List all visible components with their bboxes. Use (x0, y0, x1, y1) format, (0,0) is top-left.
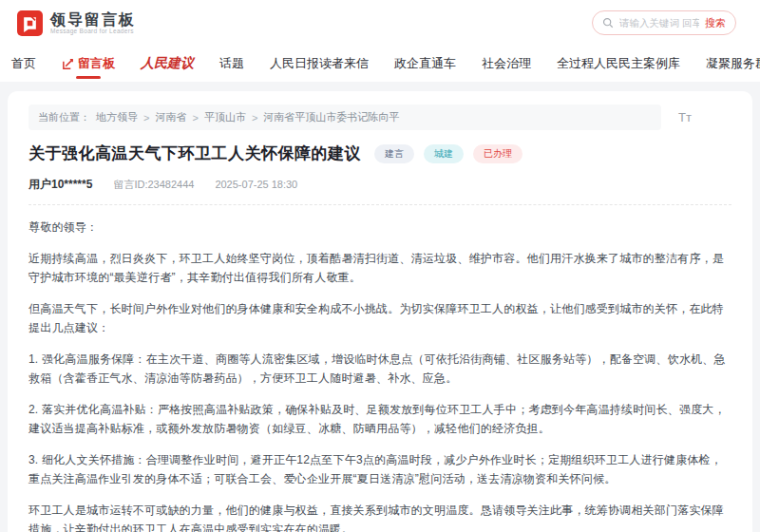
post-meta: 用户10*****5 留言ID:23482444 2025-07-25 18:3… (28, 177, 732, 193)
nav-item-home[interactable]: 首页 (11, 46, 36, 82)
breadcrumb-separator: > (252, 112, 257, 124)
paragraph-challenge: 但高温天气下，长时间户外作业对他们的身体健康和安全构成不小挑战。为切实保障环卫工… (28, 299, 732, 337)
paragraph-salutation: 尊敬的领导： (28, 218, 732, 237)
paragraph-intro: 近期持续高温，烈日炎炎下，环卫工人始终坚守岗位，顶着酷暑清扫街道、清运垃圾、维护… (28, 249, 732, 287)
font-size-icon[interactable]: Tт (678, 110, 692, 124)
breadcrumb-item-province[interactable]: 河南省 (155, 110, 186, 124)
search-icon (602, 17, 614, 28)
paragraph-closing: 环卫工人是城市运转不可或缺的力量，他们的健康与权益，直接关系到城市的文明温度。恳… (28, 501, 732, 532)
breadcrumb-separator: > (143, 112, 149, 124)
message-board-logo-icon (17, 10, 43, 36)
post-body: 尊敬的领导： 近期持续高温，烈日炎炎下，环卫工人始终坚守岗位，顶着酷暑清扫街道、… (28, 218, 732, 532)
nav-item-serve-masses[interactable]: 凝聚服务群众 (706, 46, 760, 82)
tag-list: 建言 城建 已办理 (374, 144, 522, 163)
divider (28, 204, 732, 205)
tag-status-handled: 已办理 (473, 144, 522, 163)
post-author: 用户10*****5 (28, 177, 92, 193)
paragraph-suggestion-1: 1. 强化高温服务保障：在主次干道、商圈等人流密集区域，增设临时休息点（可依托沿… (28, 350, 732, 388)
main-nav: 首页 留言板 人民建议 话题 人民日报读者来信 政企直通车 社会治理 全过程人民… (0, 46, 760, 82)
site-logo[interactable]: 领导留言板 Message Board for Leaders (17, 10, 136, 36)
nav-item-message-board[interactable]: 留言板 (62, 46, 115, 82)
breadcrumb-item-city[interactable]: 平顶山市 (204, 110, 246, 124)
post-title: 关于强化高温天气下环卫工人关怀保障的建议 (28, 142, 361, 164)
breadcrumb-separator: > (192, 112, 198, 124)
message-detail-card: 当前位置： 地方领导 > 河南省 > 平顶山市 > 河南省平顶山市委书记陈向平 … (8, 91, 752, 532)
site-title: 领导留言板 (50, 11, 136, 28)
tag-suggestion: 建言 (374, 144, 414, 163)
page-background: 当前位置： 地方领导 > 河南省 > 平顶山市 > 河南省平顶山市委书记陈向平 … (0, 82, 760, 532)
nav-item-gov-enterprise[interactable]: 政企直通车 (394, 46, 456, 82)
breadcrumb-prefix: 当前位置： (38, 110, 90, 124)
tag-urban-construction: 城建 (424, 144, 464, 163)
edit-pen-icon (62, 58, 74, 70)
post-datetime: 2025-07-25 18:30 (215, 179, 297, 190)
nav-item-people-suggestion[interactable]: 人民建议 (141, 46, 194, 82)
search-box: 搜索 (592, 10, 736, 35)
breadcrumb-item-local-leaders[interactable]: 地方领导 (96, 110, 138, 124)
nav-item-democracy-cases[interactable]: 全过程人民民主案例库 (557, 46, 680, 82)
search-button[interactable]: 搜索 (705, 16, 726, 30)
breadcrumb: 当前位置： 地方领导 > 河南省 > 平顶山市 > 河南省平顶山市委书记陈向平 (28, 104, 661, 130)
paragraph-suggestion-2: 2. 落实并优化高温补贴：严格按照高温补贴政策，确保补贴及时、足额发放到每位环卫… (28, 400, 732, 438)
breadcrumb-item-leader[interactable]: 河南省平顶山市委书记陈向平 (263, 110, 399, 124)
post-message-id: 留言ID:23482444 (113, 178, 194, 192)
paragraph-suggestion-3: 3. 细化人文关怀措施：合理调整作业时间，避开正午12点至下午3点的高温时段，减… (28, 450, 732, 488)
site-header: 领导留言板 Message Board for Leaders 搜索 (0, 0, 760, 46)
site-subtitle: Message Board for Leaders (50, 28, 136, 34)
nav-item-social-governance[interactable]: 社会治理 (482, 46, 531, 82)
search-input[interactable] (619, 17, 699, 28)
nav-item-reader-letters[interactable]: 人民日报读者来信 (270, 46, 369, 82)
nav-item-topics[interactable]: 话题 (219, 46, 244, 82)
